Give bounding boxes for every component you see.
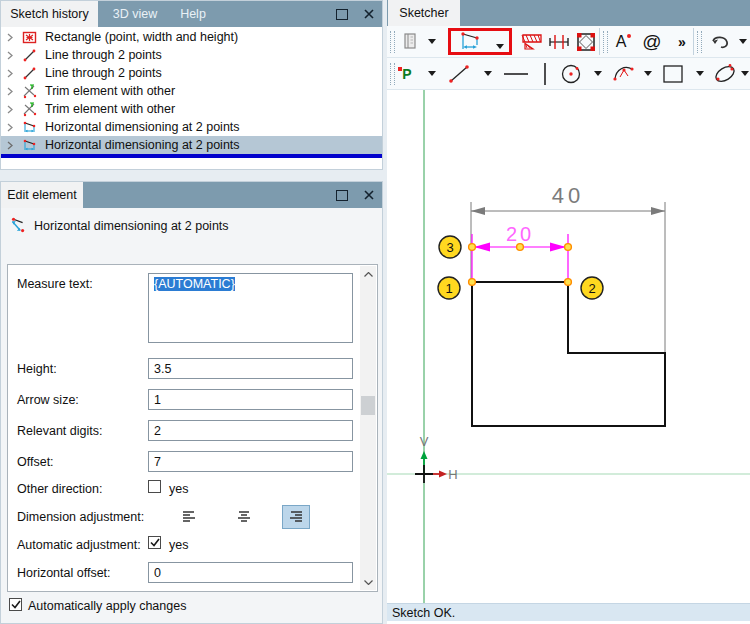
height-input[interactable] [148,358,353,379]
chevron-down-icon [741,71,749,76]
history-row[interactable]: Rectangle (point, width and height) [1,28,382,46]
relevant-digits-label: Relevant digits: [17,424,102,438]
undo-button[interactable] [705,26,735,57]
maximize-button[interactable] [330,185,354,205]
horizontal-dimension-icon [458,31,482,53]
history-item-label: Trim element with other [45,84,175,98]
sketcher-titlebar: Sketcher [387,0,750,26]
sketch-canvas[interactable]: 40 20 3 1 [387,90,750,603]
measure-text-input[interactable]: {AUTOMATIC} [148,273,353,343]
other-direction-checkbox[interactable] [148,480,161,493]
chevron-right-icon[interactable] [7,105,21,114]
ellipse-tool-button[interactable] [709,58,741,89]
maximize-button[interactable] [330,4,354,24]
hatch-tool-button[interactable] [518,26,546,57]
rectangle-tool-button[interactable] [659,58,687,89]
history-row-selected[interactable]: Horizontal dimensioning at 2 points [1,136,382,154]
menu-help[interactable]: Help [173,1,213,27]
auto-apply-checkbox[interactable] [9,598,22,611]
svg-text:1: 1 [445,281,452,296]
automatic-adjustment-checkbox[interactable] [148,536,161,549]
frame-tool-button[interactable] [573,26,599,57]
ellipse-dropdown[interactable] [740,58,750,89]
text-tool-button[interactable]: A [609,26,633,57]
undo-icon [708,33,732,51]
horizontal-line-tool-button[interactable] [501,58,531,89]
point-tool-button[interactable]: P [395,58,419,89]
undo-dropdown[interactable] [738,26,748,57]
chevron-right-icon[interactable] [7,69,21,78]
line-icon [21,65,38,81]
arc-dropdown[interactable] [643,58,653,89]
history-row[interactable]: Trim element with other [1,82,382,100]
history-row[interactable]: Trim element with other [1,100,382,118]
chevron-right-icon[interactable] [7,123,21,132]
scroll-thumb[interactable] [361,396,375,415]
balloon-2: 2 [581,277,603,299]
history-row[interactable]: Horizontal dimensioning at 2 points [1,118,382,136]
trim-icon [21,101,38,117]
close-button[interactable] [357,4,381,24]
history-row[interactable]: Line through 2 points [1,46,382,64]
history-row[interactable]: Line through 2 points [1,64,382,82]
chevron-right-icon[interactable] [7,33,21,42]
close-button[interactable] [357,185,381,205]
form-scrollbar[interactable] [360,266,376,590]
arc-tool-button[interactable] [609,58,637,89]
align-left-button[interactable] [175,505,203,529]
close-icon [364,9,374,19]
offset-input[interactable] [148,451,353,472]
automatic-adjustment-label: Automatic adjustment: [17,538,141,552]
sketch-profile[interactable] [472,282,665,426]
scroll-down-icon[interactable] [360,574,376,590]
align-right-button-selected[interactable] [282,505,310,529]
rectangle-icon [661,63,685,85]
horizontal-dimension-icon [21,119,38,135]
red-dot-icon [627,34,631,38]
vertical-line-tool-button[interactable] [539,58,551,89]
chevron-right-icon[interactable] [7,141,21,150]
tab-sketch-history[interactable]: Sketch history [1,1,98,27]
tab-sketcher[interactable]: Sketcher [388,0,460,26]
status-bar: Sketch OK. [387,603,750,621]
show-dimension-panel-button[interactable] [397,26,423,57]
toolbar-overflow-button[interactable]: » [673,26,691,57]
arrow-size-input[interactable] [148,389,353,410]
panel-dropdown[interactable] [427,26,437,57]
v-axis-label: V [420,434,429,449]
toolbar-grip[interactable] [390,31,395,53]
chevron-down-icon [428,39,436,44]
circle-tool-button[interactable] [557,58,585,89]
check-icon [150,538,160,547]
ellipse-icon [711,62,739,86]
point-dropdown[interactable] [427,58,437,89]
automatic-adjustment-yes-label: yes [169,538,188,552]
relevant-digits-input[interactable] [148,420,353,441]
chevron-right-icon[interactable] [7,51,21,60]
toolbar-grip[interactable] [697,31,702,53]
line-icon [447,63,471,85]
vertical-line-icon [542,62,548,86]
selection-handles[interactable] [469,244,572,286]
maximize-icon [336,9,348,20]
rectangle-dropdown[interactable] [695,58,705,89]
balloon-3: 3 [439,236,461,258]
symbol-tool-button[interactable]: @ [637,26,667,57]
history-item-label: Trim element with other [45,102,175,116]
dimension-chain-tool-button[interactable] [546,26,572,57]
line-tool-button[interactable] [445,58,473,89]
edit-element-panel: Edit element Horizontal dimensioning at … [0,181,383,624]
scroll-up-icon[interactable] [360,266,376,282]
horizontal-dimensioning-tool-button[interactable] [455,26,485,57]
toolbar-grip[interactable] [603,31,608,53]
panel-icon [401,32,420,51]
line-dropdown[interactable] [483,58,493,89]
align-center-icon [236,510,252,524]
chevron-down-icon [644,71,652,76]
horizontal-offset-input[interactable] [148,562,353,583]
chevron-right-icon[interactable] [7,87,21,96]
more-chevron-icon: » [678,34,686,50]
menu-3d-view[interactable]: 3D view [105,1,165,27]
align-center-button[interactable] [230,505,258,529]
circle-dropdown[interactable] [593,58,603,89]
